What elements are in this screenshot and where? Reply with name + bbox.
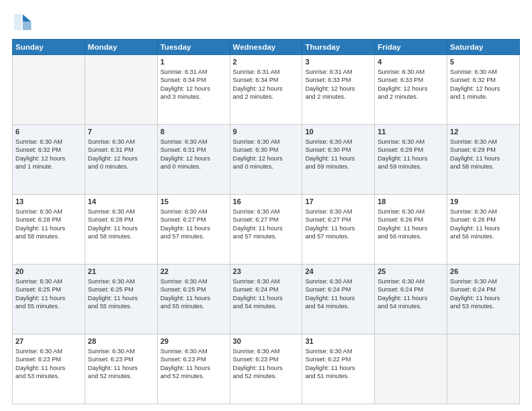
day-info-line: and 59 minutes. xyxy=(378,163,421,170)
day-info-line: Sunrise: 6:30 AM xyxy=(161,278,208,285)
day-info-line: Sunset: 6:33 PM xyxy=(378,77,423,83)
calendar-cell-day: 1Sunrise: 6:31 AMSunset: 6:34 PMDaylight… xyxy=(157,55,230,125)
day-info-line: Sunset: 6:27 PM xyxy=(233,216,279,223)
day-number: 31 xyxy=(305,336,371,347)
day-info-line: Sunset: 6:31 PM xyxy=(161,146,206,153)
day-info-line: Sunset: 6:28 PM xyxy=(15,216,61,223)
day-info-line: and 56 minutes. xyxy=(450,233,494,240)
calendar-week-row: 27Sunrise: 6:30 AMSunset: 6:23 PMDayligh… xyxy=(13,334,520,404)
day-info-line: Daylight: 12 hours xyxy=(161,85,210,92)
day-info-line: Sunrise: 6:30 AM xyxy=(450,68,497,75)
day-info-line: Sunrise: 6:30 AM xyxy=(450,208,497,215)
day-info-line: Daylight: 11 hours xyxy=(378,295,427,302)
day-number: 17 xyxy=(305,197,371,207)
day-info-line: Sunset: 6:32 PM xyxy=(15,146,61,153)
day-info-line: Daylight: 11 hours xyxy=(233,295,283,302)
day-info-line: Daylight: 11 hours xyxy=(161,365,210,371)
day-number: 23 xyxy=(233,267,300,277)
calendar-cell-day: 31Sunrise: 6:30 AMSunset: 6:22 PMDayligh… xyxy=(302,334,375,404)
day-info-line: Sunrise: 6:31 AM xyxy=(233,68,280,75)
day-info-line: Daylight: 11 hours xyxy=(450,155,500,162)
page: SundayMondayTuesdayWednesdayThursdayFrid… xyxy=(0,0,532,411)
day-number: 27 xyxy=(15,336,82,347)
day-info-line: and 54 minutes. xyxy=(305,303,349,310)
day-info-line: Sunrise: 6:30 AM xyxy=(233,208,280,215)
day-info-line: Daylight: 11 hours xyxy=(450,295,500,302)
day-number: 26 xyxy=(450,267,517,277)
calendar-cell-day: 29Sunrise: 6:30 AMSunset: 6:23 PMDayligh… xyxy=(157,334,230,404)
day-info-line: Daylight: 12 hours xyxy=(88,155,138,162)
calendar-cell-day: 17Sunrise: 6:30 AMSunset: 6:27 PMDayligh… xyxy=(302,195,375,265)
day-info-line: Daylight: 11 hours xyxy=(378,225,427,232)
day-info-line: and 58 minutes. xyxy=(450,163,494,170)
day-info-line: Sunset: 6:29 PM xyxy=(450,146,496,153)
day-info-line: Daylight: 12 hours xyxy=(233,85,283,92)
day-info-line: and 57 minutes. xyxy=(233,233,277,240)
day-info-line: Sunrise: 6:30 AM xyxy=(305,138,352,145)
day-info-line: and 0 minutes. xyxy=(161,163,201,170)
day-number: 21 xyxy=(88,267,154,277)
day-info-line: Daylight: 12 hours xyxy=(450,85,500,92)
day-info-line: and 57 minutes. xyxy=(305,233,349,240)
day-number: 9 xyxy=(233,127,300,137)
day-number: 11 xyxy=(378,127,444,137)
day-info-line: Daylight: 12 hours xyxy=(378,85,427,92)
day-info-line: Daylight: 11 hours xyxy=(161,225,210,232)
svg-rect-2 xyxy=(14,14,21,30)
day-info-line: and 54 minutes. xyxy=(378,303,421,310)
day-info-line: and 52 minutes. xyxy=(88,373,132,379)
day-info-line: Sunset: 6:30 PM xyxy=(305,146,351,153)
day-number: 7 xyxy=(88,127,154,137)
day-info-line: and 58 minutes. xyxy=(15,233,59,240)
day-info-line: Sunrise: 6:30 AM xyxy=(305,348,352,355)
day-info-line: and 1 minute. xyxy=(450,93,488,100)
day-info-line: Sunrise: 6:30 AM xyxy=(15,208,62,215)
day-info-line: Sunrise: 6:30 AM xyxy=(378,278,425,285)
day-info-line: Daylight: 11 hours xyxy=(161,295,210,302)
calendar-cell-day: 18Sunrise: 6:30 AMSunset: 6:26 PMDayligh… xyxy=(375,195,447,265)
day-number: 28 xyxy=(88,336,154,347)
day-number: 18 xyxy=(378,197,444,207)
calendar-cell-day: 11Sunrise: 6:30 AMSunset: 6:29 PMDayligh… xyxy=(375,125,447,195)
day-info-line: Sunrise: 6:30 AM xyxy=(88,138,135,145)
day-info-line: and 52 minutes. xyxy=(233,373,277,379)
day-info-line: and 2 minutes. xyxy=(378,93,418,100)
calendar-cell-empty xyxy=(85,55,157,125)
day-info-line: and 54 minutes. xyxy=(233,303,277,310)
day-info-line: Sunrise: 6:30 AM xyxy=(378,138,425,145)
day-info-line: Sunset: 6:30 PM xyxy=(233,146,279,153)
day-info-line: Sunset: 6:32 PM xyxy=(450,77,496,83)
day-info-line: and 57 minutes. xyxy=(161,233,204,240)
calendar-cell-day: 7Sunrise: 6:30 AMSunset: 6:31 PMDaylight… xyxy=(85,125,157,195)
day-number: 4 xyxy=(378,57,444,67)
day-info-line: and 1 minute. xyxy=(15,163,53,170)
day-number: 29 xyxy=(161,336,227,347)
day-info-line: and 2 minutes. xyxy=(305,93,345,100)
calendar-cell-day: 22Sunrise: 6:30 AMSunset: 6:25 PMDayligh… xyxy=(157,265,230,334)
day-info-line: Sunset: 6:34 PM xyxy=(233,77,279,83)
logo xyxy=(12,12,35,32)
day-info-line: Sunset: 6:28 PM xyxy=(88,216,134,223)
calendar-cell-day: 21Sunrise: 6:30 AMSunset: 6:25 PMDayligh… xyxy=(85,265,157,334)
calendar-cell-day: 2Sunrise: 6:31 AMSunset: 6:34 PMDaylight… xyxy=(230,55,302,125)
day-info-line: Daylight: 11 hours xyxy=(88,295,138,302)
day-number: 1 xyxy=(161,57,227,67)
day-info-line: Sunrise: 6:30 AM xyxy=(161,208,208,215)
calendar-cell-empty xyxy=(375,334,447,404)
day-info-line: Sunrise: 6:30 AM xyxy=(233,138,280,145)
svg-marker-1 xyxy=(23,21,32,30)
calendar-cell-day: 12Sunrise: 6:30 AMSunset: 6:29 PMDayligh… xyxy=(447,125,520,195)
day-info-line: Sunset: 6:24 PM xyxy=(305,286,351,293)
day-info-line: Sunset: 6:29 PM xyxy=(378,146,423,153)
calendar-table: SundayMondayTuesdayWednesdayThursdayFrid… xyxy=(12,39,520,404)
day-info-line: Sunrise: 6:30 AM xyxy=(305,278,352,285)
calendar-cell-day: 16Sunrise: 6:30 AMSunset: 6:27 PMDayligh… xyxy=(230,195,302,265)
calendar-week-row: 6Sunrise: 6:30 AMSunset: 6:32 PMDaylight… xyxy=(13,125,520,195)
day-number: 24 xyxy=(305,267,371,277)
day-info-line: and 0 minutes. xyxy=(88,163,128,170)
calendar-cell-day: 8Sunrise: 6:30 AMSunset: 6:31 PMDaylight… xyxy=(157,125,230,195)
day-info-line: Daylight: 11 hours xyxy=(88,365,138,371)
day-number: 22 xyxy=(161,267,227,277)
day-info-line: Daylight: 11 hours xyxy=(305,155,355,162)
calendar-cell-day: 13Sunrise: 6:30 AMSunset: 6:28 PMDayligh… xyxy=(13,195,85,265)
